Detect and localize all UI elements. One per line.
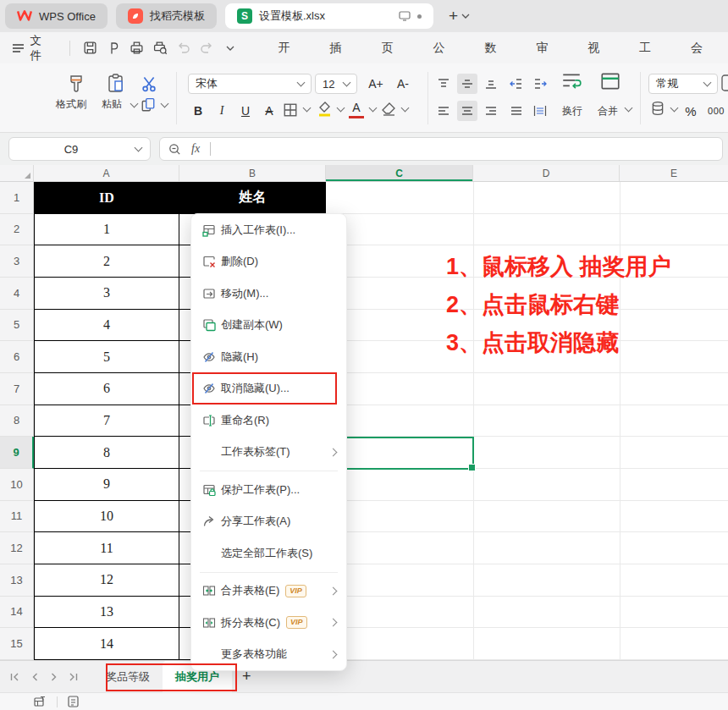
export-pdf-button[interactable] — [102, 37, 126, 59]
fill-handle[interactable] — [468, 464, 476, 471]
save-button[interactable] — [79, 37, 102, 59]
italic-button[interactable]: I — [212, 101, 232, 121]
cell-col-a[interactable]: 12 — [34, 564, 179, 597]
redo-button[interactable] — [196, 37, 219, 59]
menu-item-share-sheet[interactable]: 分享工作表(A) — [191, 506, 346, 538]
monitor-icon[interactable] — [399, 11, 411, 21]
cell-col-a[interactable]: 10 — [34, 501, 179, 533]
tab-list-chevron-icon[interactable] — [461, 14, 470, 19]
grow-font-button[interactable]: A+ — [366, 74, 386, 94]
hamburger-menu-icon[interactable] — [7, 37, 30, 59]
clear-format-icon[interactable] — [381, 102, 397, 117]
menu-item-merge-tables[interactable]: 合并表格(E) VIP — [191, 575, 346, 608]
col-header-c[interactable]: C — [326, 165, 473, 181]
macro-record-icon[interactable] — [34, 696, 47, 707]
cell-col-a[interactable]: 4 — [34, 310, 179, 342]
borders-icon[interactable] — [283, 102, 298, 118]
paste-icon[interactable] — [107, 74, 125, 94]
bold-button[interactable]: B — [188, 101, 208, 121]
comma-style-button[interactable]: 000 — [706, 101, 726, 121]
percent-style-button[interactable]: % — [681, 101, 701, 121]
wrap-text-label[interactable]: 换行 — [562, 104, 582, 118]
row-header[interactable]: 5 — [0, 310, 34, 342]
decrease-indent-icon[interactable] — [506, 74, 527, 94]
cell-col-a[interactable]: 5 — [34, 341, 179, 373]
align-center-icon[interactable] — [457, 101, 477, 121]
row-header[interactable]: 12 — [0, 532, 34, 564]
align-bottom-icon[interactable] — [481, 74, 501, 94]
tab-docer-templates[interactable]: 找稻壳模板 — [116, 3, 217, 29]
cell-col-a[interactable]: 1 — [34, 214, 179, 246]
accounting-style-icon[interactable] — [650, 101, 665, 116]
distributed-icon[interactable] — [530, 101, 550, 121]
merge-center-label[interactable]: 合并 — [598, 104, 618, 118]
row-header[interactable]: 10 — [0, 469, 34, 501]
menu-item-select-all-sheets[interactable]: 选定全部工作表(S) — [191, 537, 346, 570]
row-header[interactable]: 2 — [0, 214, 34, 246]
font-size-combo[interactable]: 12 — [315, 74, 357, 94]
wrap-text-icon[interactable] — [560, 70, 582, 92]
fx-icon[interactable]: fx — [191, 142, 200, 156]
menu-item-protect-sheet[interactable]: 保护工作表(P)... — [191, 474, 346, 506]
justify-icon[interactable] — [506, 101, 527, 121]
menu-item-sheet-tab-color[interactable]: 工作表标签(T) — [191, 437, 346, 469]
cell-col-a[interactable]: 7 — [34, 405, 179, 438]
ribbon-tab[interactable]: 工具 — [625, 32, 676, 63]
new-tab-button[interactable]: + — [449, 7, 458, 25]
id-header-cell[interactable]: ID — [34, 182, 179, 214]
row-header[interactable]: 8 — [0, 405, 34, 438]
menu-item-split-table[interactable]: 拆分表格(C) VIP — [191, 607, 346, 639]
copy-icon[interactable] — [141, 97, 156, 113]
cell-col-a[interactable]: 2 — [34, 245, 179, 278]
tab-wps-office[interactable]: WPS Office — [5, 3, 108, 29]
cell-col-a[interactable]: 6 — [34, 373, 179, 405]
ribbon-tab[interactable]: 插入 — [316, 32, 367, 63]
row-header[interactable]: 13 — [0, 564, 34, 597]
align-right-icon[interactable] — [481, 101, 501, 121]
font-color-button[interactable]: A — [349, 101, 364, 118]
font-name-combo[interactable]: 宋体 — [188, 74, 312, 94]
row-header[interactable]: 14 — [0, 597, 34, 629]
prev-sheet-icon[interactable] — [25, 667, 44, 687]
col-header-b[interactable]: B — [179, 165, 326, 181]
cell-col-a[interactable]: 11 — [34, 532, 179, 564]
row-header[interactable]: 6 — [0, 341, 34, 373]
page-layout-icon[interactable] — [68, 696, 79, 707]
increase-indent-icon[interactable] — [530, 74, 550, 94]
ribbon-tab[interactable]: 公式 — [418, 32, 470, 63]
print-button[interactable] — [125, 37, 149, 59]
ribbon-tab[interactable]: 开始 — [264, 32, 316, 63]
name-box[interactable]: C9 — [8, 137, 151, 161]
quickbar-more-chevron-icon[interactable] — [218, 37, 242, 59]
menu-item-delete-sheet[interactable]: 删除(D) — [191, 246, 346, 278]
row-header[interactable]: 7 — [0, 373, 34, 405]
next-sheet-icon[interactable] — [44, 667, 63, 687]
row-header[interactable]: 11 — [0, 501, 34, 533]
print-preview-button[interactable] — [149, 37, 173, 59]
ribbon-tab[interactable]: 数据 — [470, 32, 521, 63]
ribbon-tab[interactable]: 页面 — [367, 32, 418, 63]
col-header-e[interactable]: E — [620, 165, 728, 181]
ribbon-tab[interactable]: 视图 — [573, 32, 625, 63]
strikethrough-button[interactable]: A — [259, 101, 279, 121]
currency-partial-icon[interactable] — [721, 74, 728, 92]
menu-item-rename-sheet[interactable]: 重命名(R) — [191, 405, 346, 437]
name-header-cell[interactable]: 姓名 — [179, 182, 326, 214]
row-header[interactable]: 9 — [0, 437, 34, 469]
paste-label[interactable]: 粘贴 — [102, 97, 122, 112]
cell-col-a[interactable]: 3 — [34, 278, 179, 310]
format-painter-icon[interactable] — [66, 74, 86, 94]
shrink-font-button[interactable]: A- — [393, 74, 413, 94]
row-header[interactable]: 3 — [0, 245, 34, 278]
table-header-cells[interactable]: ID 姓名 — [34, 182, 326, 214]
row-header[interactable]: 1 — [0, 182, 34, 214]
file-menu-button[interactable]: 文件 — [30, 33, 53, 63]
menu-item-move-sheet[interactable]: 移动(M)... — [191, 278, 346, 310]
align-middle-icon[interactable] — [457, 74, 477, 94]
col-header-a[interactable]: A — [34, 165, 179, 181]
cell-col-a[interactable]: 8 — [34, 437, 179, 469]
cell-col-a[interactable]: 9 — [34, 469, 179, 501]
cell-col-a[interactable]: 14 — [34, 628, 179, 660]
select-all-corner[interactable] — [0, 165, 34, 181]
number-format-combo[interactable]: 常规 — [648, 74, 718, 94]
